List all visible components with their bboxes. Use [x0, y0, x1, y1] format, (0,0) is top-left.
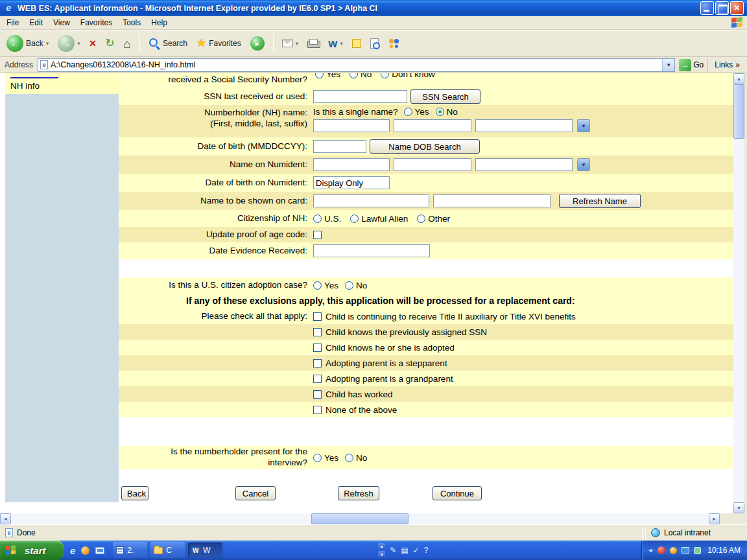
horizontal-scrollbar[interactable]: ◄ ►: [0, 513, 720, 524]
media-button[interactable]: ▸: [248, 35, 267, 52]
quick-launch-icon-2[interactable]: [81, 546, 89, 555]
tray-icon-2[interactable]: [670, 547, 677, 554]
print-button[interactable]: [305, 38, 322, 49]
back-button[interactable]: ← Back ▾: [4, 34, 51, 53]
band-help-icon[interactable]: ?: [424, 546, 429, 555]
dob-input[interactable]: [313, 140, 366, 153]
single-name-yes-radio[interactable]: [404, 108, 412, 116]
numident-suffix-dropdown[interactable]: ▼: [577, 158, 590, 171]
cancel-button[interactable]: Cancel: [235, 486, 276, 500]
band-pencil-icon[interactable]: ✎: [390, 546, 396, 555]
band-up-icon[interactable]: ▲: [378, 543, 385, 550]
ssn-received-dontknow-radio[interactable]: [381, 73, 389, 78]
scroll-left-button[interactable]: ◄: [0, 513, 11, 524]
taskbar-task-3[interactable]: W W: [188, 542, 222, 558]
menu-favorites[interactable]: Favorites: [75, 16, 117, 29]
edit-with-word-button[interactable]: W ▾: [326, 37, 346, 51]
adoption-yes-radio[interactable]: [313, 281, 322, 290]
numident-middle-input[interactable]: [394, 158, 471, 171]
messenger-button[interactable]: [385, 37, 403, 51]
mail-button[interactable]: ▾: [279, 38, 302, 49]
menu-tools[interactable]: Tools: [117, 16, 146, 29]
links-toolbar[interactable]: Links »: [707, 58, 745, 71]
sidebar-item-clipped[interactable]: [10, 74, 58, 78]
exclusion-checkbox-4[interactable]: [313, 375, 322, 383]
interview-yes-radio[interactable]: [313, 454, 322, 462]
adoption-no-radio[interactable]: [345, 281, 353, 290]
continue-button[interactable]: Continue: [433, 486, 482, 500]
taskbar-task-2[interactable]: C: [150, 542, 185, 558]
address-input[interactable]: e A:\Changes06132008\A16-NH_info.html ▼: [38, 58, 675, 72]
stop-button[interactable]: ×: [87, 36, 99, 51]
vertical-scroll-thumb[interactable]: [733, 84, 744, 139]
links-chevron-icon[interactable]: »: [735, 60, 740, 69]
menu-file[interactable]: File: [1, 16, 24, 29]
nh-suffix-dropdown[interactable]: ▼: [577, 119, 590, 132]
vertical-scrollbar[interactable]: ▲ ▼: [733, 73, 744, 513]
quick-launch-ie-icon[interactable]: e: [70, 545, 75, 556]
band-grid-icon[interactable]: ▤: [401, 546, 408, 555]
menu-edit[interactable]: Edit: [24, 16, 48, 29]
citizenship-other-radio[interactable]: [417, 215, 425, 223]
sidebar-item-nh-info[interactable]: NH info: [5, 78, 119, 91]
tray-icon-1[interactable]: [658, 546, 665, 554]
forward-dropdown-icon[interactable]: ▾: [77, 40, 80, 47]
exclusion-checkbox-3[interactable]: [313, 359, 322, 368]
back-dropdown-icon[interactable]: ▾: [46, 40, 49, 47]
menu-help[interactable]: Help: [146, 16, 172, 29]
numident-first-input[interactable]: [313, 158, 390, 171]
back-nav-button[interactable]: Back: [121, 486, 148, 500]
scroll-right-button[interactable]: ►: [709, 513, 720, 524]
nh-middle-name-input[interactable]: [394, 119, 471, 132]
home-button[interactable]: ⌂: [121, 36, 134, 51]
refresh-button[interactable]: ↻: [102, 36, 117, 51]
minimize-button[interactable]: [700, 1, 714, 15]
exclusion-checkbox-0[interactable]: [313, 312, 322, 321]
exclusion-checkbox-1[interactable]: [313, 328, 322, 336]
card-first-name-input[interactable]: [313, 194, 429, 207]
scroll-down-button[interactable]: ▼: [733, 502, 744, 513]
mail-dropdown-icon[interactable]: ▾: [296, 40, 299, 47]
tray-icon-3[interactable]: [682, 547, 689, 554]
start-button[interactable]: start: [0, 541, 64, 560]
citizenship-us-radio[interactable]: [313, 215, 322, 223]
exclusion-checkbox-2[interactable]: [313, 344, 322, 352]
ssn-received-no-radio[interactable]: [350, 73, 358, 78]
horizontal-scroll-thumb[interactable]: [311, 513, 409, 524]
card-last-name-input[interactable]: [433, 194, 551, 207]
close-button[interactable]: ×: [730, 1, 744, 15]
band-scroll-buttons[interactable]: ▲ ▲: [378, 543, 385, 557]
scroll-up-button[interactable]: ▲: [733, 73, 744, 84]
search-button[interactable]: Search: [146, 36, 190, 51]
exclusion-checkbox-6[interactable]: [313, 406, 322, 414]
maximize-button[interactable]: [715, 1, 729, 15]
single-name-no-radio[interactable]: [436, 108, 444, 116]
refresh-name-button[interactable]: Refresh Name: [559, 194, 641, 208]
tray-icon-4[interactable]: [694, 547, 701, 554]
interview-no-radio[interactable]: [345, 454, 353, 462]
ssn-received-yes-radio[interactable]: [315, 73, 324, 78]
band-check-icon[interactable]: ✓: [413, 546, 420, 555]
research-button[interactable]: [368, 37, 381, 50]
favorites-button[interactable]: ★ Favorites: [194, 36, 244, 51]
name-dob-search-button[interactable]: Name DOB Search: [370, 139, 480, 154]
refresh-form-button[interactable]: Refresh: [338, 486, 379, 500]
show-desktop-icon[interactable]: [95, 547, 104, 554]
exclusion-checkbox-5[interactable]: [313, 390, 322, 399]
ssn-last-input[interactable]: [313, 90, 407, 103]
nh-last-name-input[interactable]: [475, 119, 573, 132]
forward-button[interactable]: → ▾: [55, 34, 83, 53]
ssn-search-button[interactable]: SSN Search: [410, 89, 480, 104]
evidence-date-input[interactable]: [313, 244, 430, 257]
taskbar-task-1[interactable]: 2.: [113, 542, 147, 558]
discuss-button[interactable]: [350, 38, 364, 49]
address-dropdown-icon[interactable]: ▼: [662, 59, 674, 71]
citizenship-lawful-radio[interactable]: [350, 215, 359, 223]
numident-last-input[interactable]: [475, 158, 573, 171]
edit-dropdown-icon[interactable]: ▾: [340, 40, 343, 47]
menu-view[interactable]: View: [48, 16, 75, 29]
nh-first-name-input[interactable]: [313, 119, 390, 132]
band-up-icon[interactable]: ▲: [378, 551, 385, 557]
go-button[interactable]: → Go: [679, 59, 704, 71]
age-code-checkbox[interactable]: [313, 231, 322, 239]
